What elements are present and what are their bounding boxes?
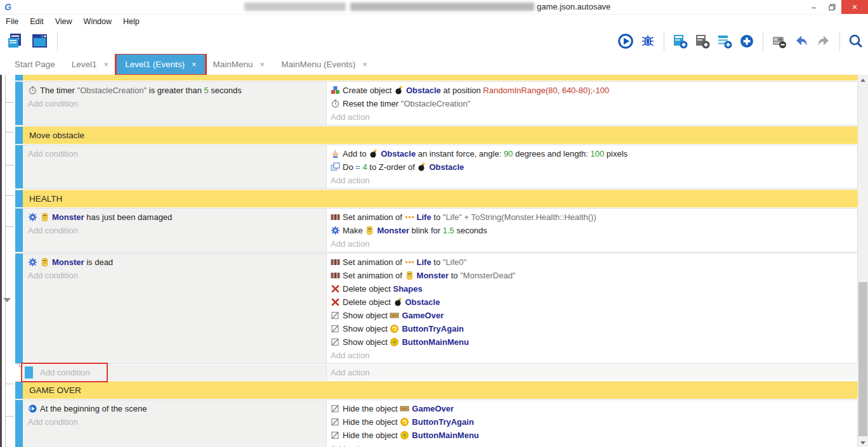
comment-row-partial[interactable] [15, 75, 858, 81]
event-handle[interactable] [15, 82, 23, 125]
add-condition-button[interactable]: Add condition [28, 224, 326, 237]
close-tab-icon[interactable]: × [260, 60, 265, 69]
add-event-button[interactable] [672, 33, 688, 49]
tab-mainmenu[interactable]: MainMenu× [205, 55, 273, 74]
action-line[interactable]: Delete object Shapes [331, 282, 857, 295]
event-handle[interactable] [15, 75, 23, 81]
add-subevent-button[interactable] [694, 33, 711, 49]
vertical-scrollbar[interactable] [858, 75, 868, 447]
comment-body[interactable] [23, 75, 858, 81]
add-action-button[interactable]: Add action [327, 365, 858, 380]
actions-cell[interactable]: Create object Obstacle at position Rando… [327, 82, 857, 125]
toggle-disabled-button[interactable] [771, 33, 787, 49]
menu-window[interactable]: Window [78, 17, 117, 26]
sub-event-row[interactable]: Add conditionAdd action [23, 365, 858, 380]
close-tab-icon[interactable]: × [104, 60, 109, 69]
event-handle[interactable] [15, 254, 23, 363]
conditions-cell[interactable]: Monster has just been damagedAdd conditi… [23, 209, 327, 252]
event-row[interactable]: Add conditionAdd to Obstacle an instant … [15, 145, 858, 189]
close-button[interactable]: × [841, 0, 868, 14]
menu-edit[interactable]: Edit [24, 17, 49, 26]
add-condition-button[interactable]: Add condition [28, 415, 326, 429]
event-handle[interactable] [15, 190, 23, 207]
tab-level1-events[interactable]: Level1 (Events)× [117, 55, 204, 74]
add-action-button[interactable]: Add action [331, 110, 857, 124]
scroll-up-arrow-icon[interactable] [858, 75, 868, 85]
action-line[interactable]: Hide the object ButtonTryAgain [331, 415, 857, 429]
add-action-button[interactable]: Add action [331, 349, 857, 362]
close-tab-icon[interactable]: × [192, 60, 197, 69]
comment-body[interactable]: Move obstacle [23, 127, 858, 144]
action-line[interactable]: Hide the object ButtonMainMenu [331, 429, 857, 442]
event-row[interactable]: Monster is deadAdd conditionSet animatio… [15, 253, 858, 364]
event-row[interactable]: The timer "ObstacleCreation" is greater … [15, 81, 858, 126]
action-line[interactable]: Delete object Obstacle [331, 295, 857, 309]
comment-row[interactable]: HEALTH [15, 190, 858, 207]
search-button[interactable] [848, 33, 864, 49]
action-line[interactable]: Do = 4 to Z-order of Obstacle [331, 160, 857, 174]
add-condition-button[interactable]: Add condition [28, 269, 326, 282]
action-line[interactable]: Hide the object GameOver [331, 402, 857, 415]
conditions-cell[interactable]: The timer "ObstacleCreation" is greater … [23, 82, 327, 125]
condition-line[interactable]: Monster has just been damaged [28, 211, 326, 224]
event-handle[interactable] [15, 400, 23, 447]
actions-cell[interactable]: Add to Obstacle an instant force, angle:… [327, 145, 857, 188]
add-action-button[interactable]: Add action [331, 174, 857, 187]
sub-event-actions[interactable]: Add action [327, 365, 858, 380]
menu-help[interactable]: Help [117, 17, 145, 26]
condition-line[interactable]: At the beginning of the scene [28, 402, 326, 415]
action-line[interactable]: Set animation of Life to "Life0" [331, 256, 857, 269]
action-line[interactable]: Make Monster blink for 1.5 seconds [331, 224, 857, 237]
comment-row[interactable]: Move obstacle [15, 126, 858, 144]
conditions-cell[interactable]: Add condition [23, 145, 327, 188]
menu-file[interactable]: File [0, 17, 24, 26]
condition-line[interactable]: The timer "ObstacleCreation" is greater … [28, 84, 326, 97]
close-tab-icon[interactable]: × [362, 60, 367, 69]
undo-button[interactable] [793, 33, 810, 49]
event-row[interactable]: At the beginning of the sceneAdd conditi… [15, 399, 858, 447]
action-line[interactable]: Set animation of Life to "Life" + ToStri… [331, 211, 857, 224]
sub-event-conditions[interactable]: Add condition [23, 365, 327, 380]
debug-button[interactable] [640, 33, 656, 49]
collapse-arrow-icon[interactable] [3, 298, 11, 302]
redo-button[interactable] [815, 33, 832, 49]
tab-mainmenu-events[interactable]: MainMenu (Events)× [273, 55, 376, 74]
event-handle[interactable] [15, 145, 23, 188]
add-action-button[interactable]: Add action [331, 442, 857, 447]
scroll-down-arrow-icon[interactable] [858, 437, 868, 447]
action-line[interactable]: Show object ButtonMainMenu [331, 335, 857, 349]
play-button[interactable] [617, 33, 634, 49]
action-line[interactable]: Set animation of Monster to "MonsterDead… [331, 269, 857, 282]
add-action-button[interactable]: Add action [331, 237, 857, 250]
event-row[interactable]: Monster has just been damagedAdd conditi… [15, 208, 858, 252]
conditions-cell[interactable]: Monster is deadAdd condition [23, 254, 327, 363]
action-line[interactable]: Show object GameOver [331, 309, 857, 322]
comment-row[interactable]: GAME OVER [15, 381, 858, 399]
restore-button[interactable] [823, 0, 841, 14]
event-handle[interactable] [15, 127, 23, 144]
menu-view[interactable]: View [49, 17, 78, 26]
add-condition-button[interactable]: Add condition [28, 147, 326, 160]
conditions-cell[interactable]: At the beginning of the sceneAdd conditi… [23, 400, 327, 447]
action-line[interactable]: Show object ButtonTryAgain [331, 322, 857, 335]
add-circle-button[interactable] [739, 33, 755, 49]
event-handle[interactable] [15, 209, 23, 252]
actions-cell[interactable]: Hide the object GameOverHide the object … [327, 400, 857, 447]
add-condition-button[interactable]: Add condition [28, 97, 326, 110]
actions-cell[interactable]: Set animation of Life to "Life" + ToStri… [327, 209, 857, 252]
tab-start-page[interactable]: Start Page [6, 55, 63, 74]
action-line[interactable]: Create object Obstacle at position Rando… [331, 84, 857, 97]
comment-body[interactable]: GAME OVER [23, 382, 858, 399]
action-line[interactable]: Add to Obstacle an instant force, angle:… [331, 147, 857, 160]
scene-editor-icon[interactable] [30, 32, 49, 51]
event-handle[interactable] [15, 382, 23, 399]
actions-cell[interactable]: Set animation of Life to "Life0"Set anim… [327, 254, 857, 363]
tab-level1[interactable]: Level1× [63, 55, 117, 74]
scrollbar-thumb[interactable] [858, 282, 867, 436]
minimize-button[interactable]: – [805, 0, 823, 14]
condition-line[interactable]: Monster is dead [28, 256, 326, 269]
add-comment-button[interactable] [716, 33, 733, 49]
project-manager-icon[interactable] [6, 32, 25, 51]
action-line[interactable]: Reset the timer "ObstacleCreation" [331, 97, 857, 110]
comment-body[interactable]: HEALTH [23, 190, 858, 207]
